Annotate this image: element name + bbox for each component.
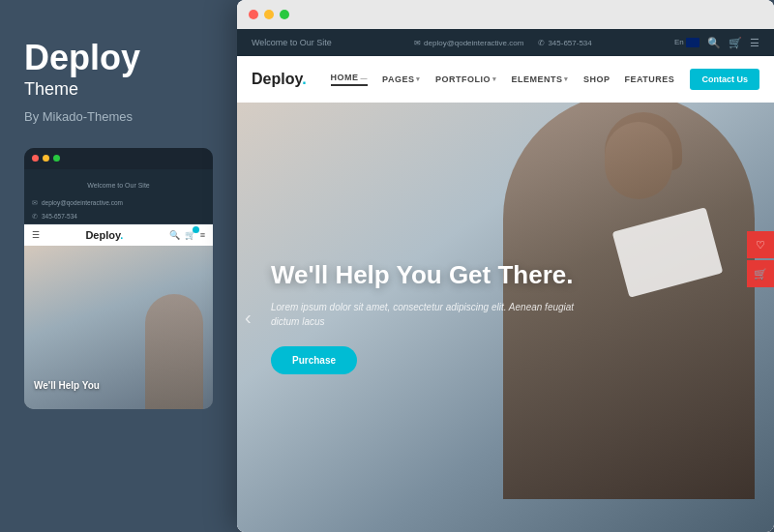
top-menu-icon[interactable]: ☰: [750, 37, 759, 49]
mobile-hero-text: We'll Help You: [34, 380, 100, 391]
site-top-bar: Welcome to Our Site ✉ deploy@qodeinterac…: [237, 29, 774, 56]
mobile-phone-row: ✆ 345-657-534: [24, 210, 213, 224]
mobile-person: [145, 294, 203, 409]
mobile-cart-icon[interactable]: 🛒: [185, 230, 195, 240]
envelope-icon: ✉: [414, 39, 421, 47]
hero-subtext: Lorem ipsum dolor sit amet, consectetur …: [271, 300, 580, 329]
left-panel: Deploy Theme By Mikado-Themes Welcome to…: [0, 0, 237, 532]
mobile-menu-icon[interactable]: ≡: [200, 230, 205, 240]
desktop-mockup: Welcome to Our Site ✉ deploy@qodeinterac…: [237, 0, 774, 532]
top-cart-icon[interactable]: 🛒: [729, 37, 742, 49]
mobile-logo: Deploy.: [85, 229, 123, 241]
mobile-dot-red: [32, 155, 39, 162]
theme-subtitle: Theme: [24, 79, 213, 100]
mobile-nav-icons: 🔍 🛒 ≡: [169, 230, 205, 240]
site-contact-info: ✉ deploy@qodeinteractive.com ✆ 345-657-5…: [414, 39, 592, 47]
mobile-email-row: ✉ deploy@qodeinteractive.com: [24, 196, 213, 210]
cart-badge: [193, 226, 199, 233]
envelope-icon: ✉: [32, 199, 38, 207]
language-selector[interactable]: En: [674, 38, 700, 47]
mobile-welcome-text: Welcome to Our Site: [87, 182, 149, 189]
phone-icon: ✆: [32, 213, 38, 221]
floating-icons: ♡ 🛒: [747, 231, 774, 287]
mobile-hero: We'll Help You: [24, 246, 213, 409]
site-email: ✉ deploy@qodeinteractive.com: [414, 39, 523, 47]
nav-item-home[interactable]: HOME —: [331, 73, 369, 86]
mobile-header-bar: Welcome to Our Site: [24, 169, 213, 196]
hero-section: ‹ We'll Help You Get There. Lorem ipsum …: [237, 103, 774, 532]
mobile-dot-green: [53, 155, 60, 162]
main-nav: Deploy. HOME — PAGES ▾ PORTFOLIO ▾ ELEME…: [237, 56, 774, 103]
logo-dot: .: [302, 71, 306, 87]
hamburger-icon[interactable]: ☰: [32, 230, 40, 240]
site-top-right: En 🔍 🛒 ☰: [674, 37, 759, 49]
mobile-nav-bar: ☰ Deploy. 🔍 🛒 ≡: [24, 224, 213, 246]
site-logo: Deploy.: [252, 71, 307, 88]
window-dot-yellow: [264, 10, 274, 19]
mobile-logo-dot: .: [120, 229, 123, 241]
desktop-window: Welcome to Our Site ✉ deploy@qodeinterac…: [237, 0, 774, 532]
nav-item-features[interactable]: FEATURES: [624, 74, 674, 84]
nav-item-pages[interactable]: PAGES ▾: [382, 74, 421, 84]
theme-title: Deploy: [24, 39, 213, 77]
mobile-mockup: Welcome to Our Site ✉ deploy@qodeinterac…: [24, 148, 213, 409]
nav-items: HOME — PAGES ▾ PORTFOLIO ▾ ELEMENTS ▾ SH…: [331, 73, 691, 86]
gb-flag-icon: [686, 38, 700, 47]
nav-item-portfolio[interactable]: PORTFOLIO ▾: [435, 74, 497, 84]
site-phone: ✆ 345-657-534: [538, 39, 591, 47]
hero-prev-arrow[interactable]: ‹: [245, 307, 252, 329]
hero-heading: We'll Help You Get There.: [271, 260, 580, 290]
nav-item-elements[interactable]: ELEMENTS ▾: [511, 74, 569, 84]
purchase-button[interactable]: Purchase: [271, 346, 357, 374]
mobile-title-bar: [24, 148, 213, 169]
phone-icon: ✆: [538, 39, 545, 47]
window-title-bar: [237, 0, 774, 29]
mobile-phone: 345-657-534: [42, 213, 77, 220]
contact-us-button[interactable]: Contact Us: [690, 69, 759, 90]
hero-content: We'll Help You Get There. Lorem ipsum do…: [271, 260, 580, 374]
window-dot-red: [249, 10, 258, 19]
floating-cart-icon[interactable]: 🛒: [747, 260, 774, 287]
nav-item-shop[interactable]: SHOP: [583, 74, 610, 84]
mobile-dot-yellow: [43, 155, 49, 162]
floating-wishlist-icon[interactable]: ♡: [747, 231, 774, 258]
site-welcome-text: Welcome to Our Site: [252, 38, 332, 47]
window-dot-green: [280, 10, 289, 19]
mobile-hero-image: We'll Help You: [24, 246, 213, 409]
theme-by: By Mikado-Themes: [24, 109, 213, 124]
mobile-search-icon[interactable]: 🔍: [169, 230, 180, 240]
top-search-icon[interactable]: 🔍: [707, 37, 721, 49]
mobile-email: deploy@qodeinteractive.com: [42, 199, 123, 206]
